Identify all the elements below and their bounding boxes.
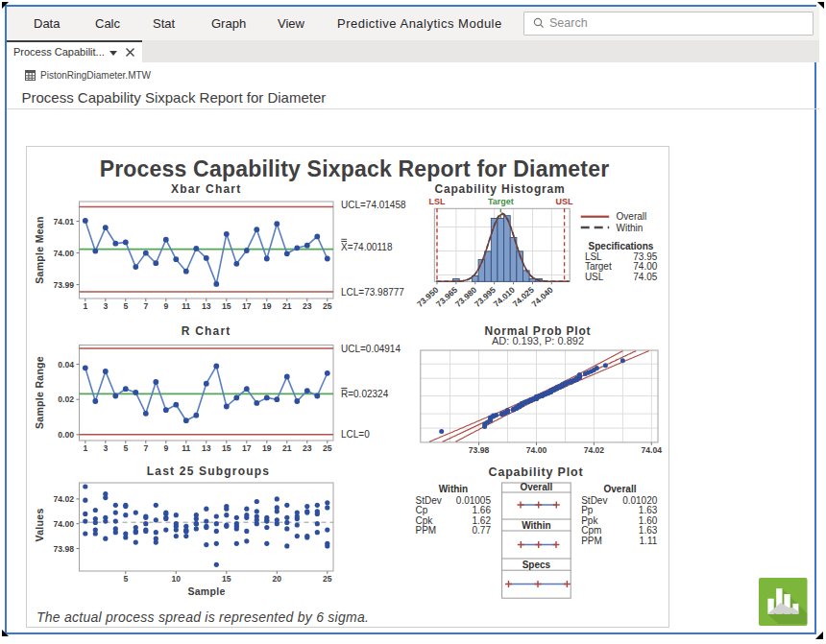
svg-text:1.63: 1.63 [639,505,658,515]
svg-text:23: 23 [303,301,312,311]
svg-text:19: 19 [262,301,272,311]
svg-text:19: 19 [262,443,272,453]
svg-text:0.04: 0.04 [58,360,74,370]
svg-text:1: 1 [83,301,87,311]
svg-text:74.00: 74.00 [526,445,547,455]
svg-text:The actual process spread is r: The actual process spread is represented… [36,609,369,625]
svg-text:10: 10 [172,574,182,584]
svg-text:25: 25 [323,574,332,584]
svg-text:3: 3 [103,301,108,311]
svg-text:74.01: 74.01 [53,217,74,227]
svg-text:Overall: Overall [520,482,552,492]
svg-text:R Chart: R Chart [182,324,231,338]
svg-text:23: 23 [303,443,312,453]
svg-text:Last 25 Subgroups: Last 25 Subgroups [147,465,270,478]
svg-text:13: 13 [202,443,211,453]
svg-text:9: 9 [163,443,168,453]
svg-text:Cpk: Cpk [416,515,434,526]
svg-text:25: 25 [323,301,332,311]
svg-text:Within: Within [522,520,550,531]
svg-text:74.05: 74.05 [633,272,657,282]
svg-text:Ppk: Ppk [581,515,598,526]
svg-text:0.01005: 0.01005 [456,495,492,506]
svg-text:R=0.02324: R=0.02324 [341,389,389,399]
svg-text:X=74.00118: X=74.00118 [341,242,393,252]
svg-text:5: 5 [123,574,128,584]
svg-text:Sample Mean: Sample Mean [34,216,45,283]
svg-text:1.60: 1.60 [639,515,658,526]
svg-text:PPM: PPM [581,536,602,546]
svg-text:Sample: Sample [187,585,225,597]
svg-text:PPM: PPM [416,525,437,536]
svg-text:Overall: Overall [617,211,647,222]
svg-text:73.98: 73.98 [53,544,74,554]
svg-text:Capability Plot: Capability Plot [489,465,584,479]
svg-text:StDev: StDev [581,495,607,506]
svg-text:74.00: 74.00 [53,249,74,258]
svg-text:20: 20 [273,574,282,584]
svg-text:1.66: 1.66 [473,505,492,515]
svg-text:Pp: Pp [581,505,594,515]
svg-text:1.11: 1.11 [640,536,658,546]
svg-text:0.01020: 0.01020 [622,495,658,506]
svg-text:5: 5 [123,301,128,311]
svg-text:LSL: LSL [429,197,447,206]
svg-text:UCL=74.01458: UCL=74.01458 [341,200,406,210]
svg-text:74.02: 74.02 [584,445,605,455]
svg-text:Process Capability Sixpack Rep: Process Capability Sixpack Report for Di… [100,156,610,181]
svg-text:7: 7 [143,443,148,453]
svg-text:73.98: 73.98 [469,445,490,455]
svg-text:Xbar Chart: Xbar Chart [171,182,241,196]
svg-text:Target: Target [585,261,612,272]
svg-text:74.04: 74.04 [642,445,663,455]
svg-text:73.99: 73.99 [53,280,74,290]
svg-text:Values: Values [34,508,45,541]
svg-text:1: 1 [83,443,87,453]
svg-text:Specs: Specs [522,560,551,570]
svg-text:LSL: LSL [585,251,602,262]
svg-text:15: 15 [222,574,231,584]
svg-text:15: 15 [222,443,231,453]
svg-text:7: 7 [143,301,148,311]
svg-text:21: 21 [282,443,292,453]
svg-text:73.95: 73.95 [633,251,657,262]
svg-text:13: 13 [202,301,211,311]
svg-text:11: 11 [182,301,190,311]
svg-text:74.00: 74.00 [53,519,74,529]
svg-text:Within: Within [439,484,468,494]
svg-text:USL: USL [556,197,574,206]
svg-text:15: 15 [222,301,231,311]
svg-text:0.02: 0.02 [58,394,74,404]
svg-text:21: 21 [282,301,292,311]
svg-text:5: 5 [123,443,128,453]
svg-text:Cp: Cp [416,505,428,515]
svg-text:Cpm: Cpm [581,525,601,536]
svg-text:LCL=0: LCL=0 [341,429,370,440]
svg-text:UCL=0.04914: UCL=0.04914 [341,344,401,354]
svg-text:25: 25 [323,443,332,453]
svg-text:0.00: 0.00 [58,430,74,440]
svg-text:17: 17 [242,301,252,311]
svg-text:AD: 0.193, P: 0.892: AD: 0.193, P: 0.892 [492,335,584,346]
svg-text:9: 9 [163,301,168,311]
svg-text:Overall: Overall [604,484,637,494]
svg-text:Within: Within [617,223,644,233]
svg-text:USL: USL [585,272,604,282]
svg-text:Sample Range: Sample Range [34,356,45,429]
svg-text:LCL=73.98777: LCL=73.98777 [341,287,404,298]
svg-text:Target: Target [488,197,514,206]
svg-text:0.77: 0.77 [473,525,492,536]
svg-text:74.02: 74.02 [53,494,74,504]
svg-text:74.040: 74.040 [529,285,554,309]
svg-text:1.62: 1.62 [473,515,492,526]
svg-text:17: 17 [242,443,252,453]
svg-text:StDev: StDev [416,495,442,506]
svg-text:Capability Histogram: Capability Histogram [434,182,565,196]
svg-text:3: 3 [103,443,108,453]
svg-text:11: 11 [182,443,190,453]
svg-text:1.63: 1.63 [639,525,658,536]
svg-text:74.00: 74.00 [633,261,657,272]
svg-text:Specifications: Specifications [589,241,654,251]
